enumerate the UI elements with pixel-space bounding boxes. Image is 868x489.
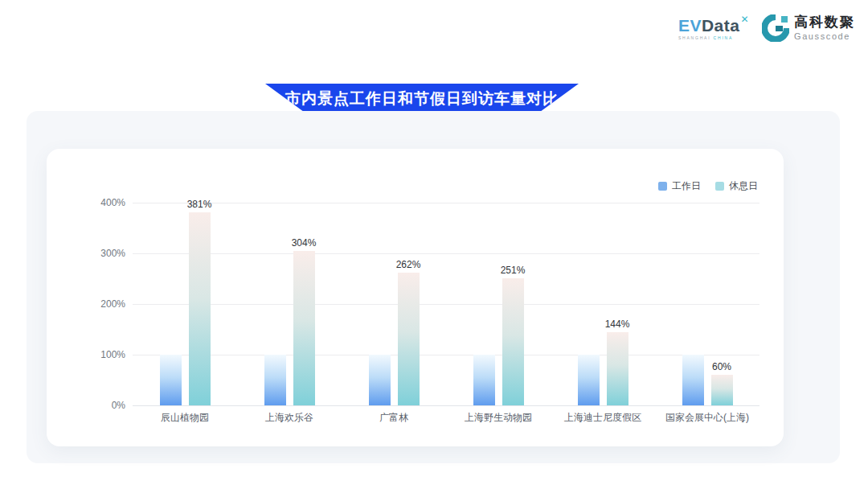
bar-groups: 381%304%262%251%144%60% [133, 203, 760, 405]
legend-label-workday: 工作日 [672, 179, 701, 193]
y-tick-label: 200% [79, 298, 125, 310]
evdata-tagline: SHANGHAI CHINA [678, 36, 733, 40]
chart-card: 工作日 休息日 0%100%200%300%400% 381%304%262%2… [47, 149, 784, 446]
evdata-wordmark: EVData✕ [678, 17, 749, 34]
evdata-ev-text: EV [678, 17, 702, 34]
bar-workday [264, 355, 286, 405]
gausscode-en-name: Gausscode [794, 31, 855, 41]
bar-workday [369, 355, 391, 405]
bar-value-label: 60% [712, 361, 731, 372]
x-category-label: 广富林 [342, 411, 446, 425]
y-tick-label: 0% [79, 400, 125, 411]
evdata-x-icon: ✕ [740, 14, 749, 24]
bar-group: 144% [551, 203, 655, 405]
gausscode-text: 高科数聚 Gausscode [794, 15, 855, 41]
evdata-data-text: Data [702, 17, 740, 34]
legend-swatch-workday [658, 182, 667, 191]
bar-workday [473, 355, 495, 405]
legend-item-restday[interactable]: 休息日 [715, 179, 758, 193]
x-category-label: 上海欢乐谷 [237, 411, 342, 425]
x-axis-labels: 辰山植物园上海欢乐谷广富林上海野生动物园上海迪士尼度假区国家会展中心(上海) [133, 411, 760, 425]
bar-restday: 304% [293, 251, 315, 405]
bar-value-label: 381% [187, 199, 212, 210]
x-category-label: 上海野生动物园 [446, 411, 551, 425]
bar-group: 381% [133, 203, 237, 405]
bar-workday [682, 355, 704, 405]
title-banner: 市内景点工作日和节假日到访车量对比 [265, 84, 579, 113]
x-axis-line [133, 405, 760, 406]
x-category-label: 国家会展中心(上海) [655, 411, 760, 425]
bar-group: 262% [342, 203, 446, 405]
bar-restday: 381% [189, 212, 211, 405]
bar-restday: 251% [502, 278, 524, 405]
legend-swatch-restday [715, 182, 724, 191]
bar-value-label: 304% [292, 237, 317, 249]
bar-restday: 60% [711, 375, 733, 405]
chart-legend: 工作日 休息日 [658, 179, 758, 193]
evdata-tagline-china: CHINA [714, 35, 734, 40]
bar-group: 251% [446, 203, 551, 405]
x-category-label: 上海迪士尼度假区 [551, 411, 655, 425]
bar-workday [578, 355, 600, 405]
page: { "header": { "evdata_logo": { "ev": "EV… [0, 0, 868, 489]
evdata-logo: EVData✕ SHANGHAI CHINA [678, 17, 749, 40]
gausscode-logo: 高科数聚 Gausscode [762, 14, 855, 42]
bar-value-label: 251% [501, 265, 526, 276]
y-tick-label: 300% [79, 248, 125, 259]
header-logos: EVData✕ SHANGHAI CHINA 高科数聚 Gausscode [678, 14, 855, 42]
x-category-label: 辰山植物园 [133, 411, 237, 425]
gausscode-g-icon [762, 14, 789, 42]
legend-item-workday[interactable]: 工作日 [658, 179, 701, 193]
bar-group: 304% [237, 203, 342, 405]
bar-workday [160, 355, 182, 405]
y-tick-label: 400% [79, 197, 125, 208]
bar-value-label: 262% [396, 259, 421, 270]
bar-group: 60% [655, 203, 760, 405]
gausscode-cn-name: 高科数聚 [794, 15, 855, 31]
bar-value-label: 144% [605, 318, 630, 330]
legend-label-restday: 休息日 [729, 179, 758, 193]
y-tick-label: 100% [79, 349, 125, 360]
bar-restday: 144% [607, 332, 628, 405]
page-title: 市内景点工作日和节假日到访车量对比 [285, 88, 559, 109]
bar-restday: 262% [398, 273, 420, 405]
evdata-tagline-shanghai: SHANGHAI [678, 35, 711, 40]
